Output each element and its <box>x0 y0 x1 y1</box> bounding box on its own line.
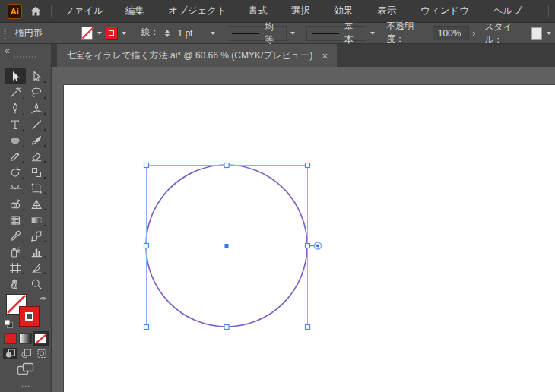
selection-tool[interactable] <box>5 68 26 84</box>
active-shape-label: 楕円形 <box>15 27 81 40</box>
menu-select[interactable]: 選択(S) <box>284 0 328 22</box>
color-type-buttons <box>4 333 47 344</box>
brush-definition-dropdown[interactable]: 基本 <box>306 26 366 41</box>
live-shape-widget-dot <box>316 244 319 247</box>
home-icon[interactable] <box>30 5 42 17</box>
curvature-tool[interactable] <box>26 100 47 116</box>
style-label: スタイル： <box>484 21 526 46</box>
type-tool[interactable] <box>5 116 26 132</box>
eraser-tool[interactable] <box>26 148 47 164</box>
tool-grid <box>5 68 47 292</box>
canvas[interactable] <box>52 67 555 392</box>
handle-top-right[interactable] <box>306 163 310 168</box>
menu-file[interactable]: ファイル(F) <box>58 0 119 22</box>
panel-grip-icon[interactable] <box>4 27 6 40</box>
handle-bottom-center[interactable] <box>224 325 229 330</box>
brush-preview-icon <box>312 33 339 34</box>
ellipse-tool[interactable] <box>5 132 26 148</box>
gradient-button[interactable] <box>19 333 32 344</box>
rotate-tool[interactable] <box>5 164 26 180</box>
chevron-down-icon[interactable] <box>544 23 553 43</box>
edit-toolbar-icon[interactable]: ... <box>0 379 52 388</box>
chevron-down-icon[interactable] <box>288 23 298 43</box>
shaper-tool[interactable] <box>5 148 26 164</box>
color-button[interactable] <box>4 333 17 344</box>
zoom-tool[interactable] <box>26 276 47 292</box>
none-button[interactable] <box>34 333 47 344</box>
handle-top-left[interactable] <box>144 163 149 168</box>
center-point-widget[interactable] <box>225 244 229 248</box>
tools-panel-header: « <box>0 44 51 67</box>
panel-grip-icon[interactable] <box>14 56 36 58</box>
menu-effect[interactable]: 効果(C) <box>327 0 370 22</box>
stroke-weight-label[interactable]: 線： <box>141 26 159 40</box>
eyedropper-tool[interactable] <box>5 228 26 244</box>
chevron-down-icon[interactable] <box>94 23 104 43</box>
stroke-weight-input[interactable]: 1 pt <box>173 26 206 40</box>
close-tab-icon[interactable]: × <box>322 50 328 62</box>
column-graph-tool[interactable] <box>26 244 47 260</box>
handle-middle-left[interactable] <box>144 244 149 248</box>
selection-overlay <box>52 67 555 392</box>
pen-tool[interactable] <box>5 100 26 116</box>
none-icon <box>35 334 46 344</box>
scale-tool[interactable] <box>26 164 47 180</box>
line-segment-tool[interactable] <box>26 116 47 132</box>
stroke-preview-icon <box>232 33 259 34</box>
artboard-tool[interactable] <box>5 260 26 276</box>
menu-help[interactable]: ヘルプ(H) <box>487 0 540 22</box>
chevron-down-icon[interactable] <box>368 23 378 43</box>
graphic-style-swatch[interactable] <box>531 27 543 40</box>
magic-wand-tool[interactable] <box>5 84 26 100</box>
stroke-color-swatch[interactable] <box>106 27 118 40</box>
stroke-indicator-icon <box>109 30 114 36</box>
menu-separator <box>548 5 549 17</box>
handle-bottom-left[interactable] <box>144 325 149 330</box>
blend-tool[interactable] <box>26 228 47 244</box>
chevron-down-icon[interactable] <box>119 23 129 43</box>
handle-bottom-right[interactable] <box>306 325 310 330</box>
symbol-sprayer-tool[interactable] <box>5 244 26 260</box>
stroke-hole-icon <box>25 312 33 321</box>
width-tool[interactable] <box>5 180 26 196</box>
menu-object[interactable]: オブジェクト(O) <box>161 0 242 22</box>
free-transform-tool[interactable] <box>26 180 47 196</box>
illustrator-logo-icon[interactable]: Ai <box>8 4 22 19</box>
step-up-icon[interactable] <box>165 30 170 33</box>
drawing-mode-buttons <box>3 348 49 359</box>
paintbrush-tool[interactable] <box>26 132 47 148</box>
handle-top-center[interactable] <box>224 163 229 168</box>
menu-edit[interactable]: 編集(E) <box>119 0 162 22</box>
opacity-input[interactable]: 100% <box>433 26 469 40</box>
lasso-tool[interactable] <box>26 84 47 100</box>
collapse-panel-icon[interactable]: « <box>5 46 10 56</box>
draw-normal-icon[interactable] <box>3 348 17 359</box>
opacity-label[interactable]: 不透明度： <box>386 20 427 47</box>
brush-definition-value: 基本 <box>344 21 361 46</box>
stroke-weight-stepper[interactable] <box>165 30 170 37</box>
color-controls: ... <box>0 291 52 350</box>
opacity-expand-icon[interactable]: › <box>472 28 475 39</box>
chevron-down-icon[interactable] <box>208 23 217 43</box>
step-down-icon[interactable] <box>165 34 170 37</box>
shape-builder-tool[interactable] <box>5 196 26 212</box>
draw-behind-icon[interactable] <box>19 348 33 359</box>
swap-fill-stroke-icon[interactable] <box>38 293 48 303</box>
direct-selection-tool[interactable] <box>26 68 47 84</box>
draw-inside-icon[interactable] <box>35 348 49 359</box>
hand-tool[interactable] <box>5 276 26 292</box>
handle-middle-right[interactable] <box>306 244 310 248</box>
width-profile-dropdown[interactable]: 均等 <box>227 26 286 41</box>
document-tab[interactable]: 七宝をイラレで描く方法.ai* @ 60.66 % (CMYK/プレビュー) × <box>57 44 337 67</box>
gradient-tool[interactable] <box>26 212 47 228</box>
fill-color-swatch[interactable] <box>81 27 94 40</box>
menu-type[interactable]: 書式(T) <box>242 0 284 22</box>
screen-mode-icon[interactable] <box>17 362 35 376</box>
slice-tool[interactable] <box>26 260 47 276</box>
menu-separator <box>51 5 52 17</box>
stroke-swatch[interactable] <box>19 306 40 327</box>
none-fill-icon <box>82 27 94 39</box>
perspective-grid-tool[interactable] <box>26 196 47 212</box>
mesh-tool[interactable] <box>5 212 26 228</box>
default-fill-stroke-icon[interactable] <box>4 319 14 329</box>
